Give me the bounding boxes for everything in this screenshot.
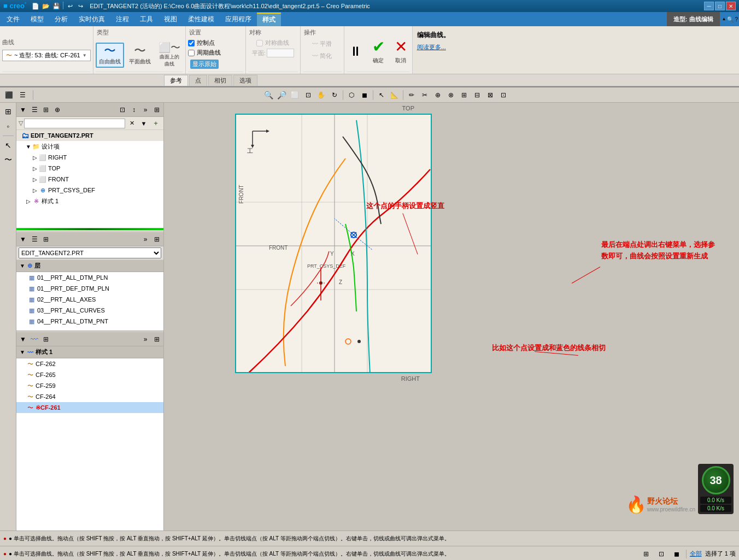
snap-btn[interactable]: ⊞	[2, 105, 15, 118]
save-btn[interactable]: 💾	[51, 2, 61, 10]
search-add-btn[interactable]: +	[150, 118, 161, 129]
select-btn[interactable]: ↖	[376, 89, 388, 101]
close-btn[interactable]: ✕	[726, 2, 736, 10]
tool5[interactable]: ⊞	[458, 89, 470, 101]
zoom-out-btn[interactable]: 🔎	[276, 89, 288, 101]
free-curve-btn[interactable]: 〜 自由曲线	[96, 43, 124, 68]
tree-style1[interactable]: ▷ ※ 样式 1	[16, 196, 163, 207]
style-btn-grid[interactable]: ⊞	[40, 334, 51, 345]
redo-btn[interactable]: ↪	[75, 2, 85, 10]
pt-btn-list1[interactable]: ☰	[29, 104, 40, 115]
cancel-btn[interactable]: ✕ 取消	[392, 36, 410, 66]
zoom-fit-btn[interactable]: ⊡	[302, 89, 314, 101]
tree-top[interactable]: ▷ ⬜ TOP	[16, 163, 163, 174]
tool2[interactable]: ✂	[419, 89, 431, 101]
style-btn-more[interactable]: »	[140, 334, 151, 345]
symmetry-curve-check[interactable]: 对称曲线	[256, 39, 289, 47]
tree-search-input[interactable]	[24, 119, 125, 128]
menu-tools[interactable]: 工具	[134, 13, 159, 26]
periodic-check[interactable]: 周期曲线	[188, 49, 221, 57]
style-item-cf264[interactable]: 〜 CF-264	[16, 391, 163, 402]
layer-item-1[interactable]: ▦ 01__PRT_ALL_DTM_PLN	[16, 272, 163, 283]
shaded-btn[interactable]: ◼	[359, 89, 371, 101]
layer-btn-grid[interactable]: ⊞	[40, 234, 51, 245]
pt-btn-filter[interactable]: ⊡	[117, 104, 128, 115]
tool4[interactable]: ⊗	[445, 89, 457, 101]
style-btn-expand[interactable]: ⊞	[151, 334, 162, 345]
tool6[interactable]: ⊟	[471, 89, 483, 101]
tree-design-item[interactable]: ▼ 📁 设计项	[16, 141, 163, 152]
tool1[interactable]: ✏	[406, 89, 418, 101]
menu-annotation[interactable]: 注程	[110, 13, 134, 26]
menu-apps[interactable]: 应用程序	[220, 13, 257, 26]
point-btn[interactable]: ◦	[2, 120, 15, 133]
control-points-check[interactable]: 控制点	[188, 39, 215, 47]
menu-realtime[interactable]: 实时仿真	[73, 13, 110, 26]
show-original-btn[interactable]: 显示原始	[188, 58, 221, 70]
maximize-btn[interactable]: □	[715, 2, 725, 10]
tree-front[interactable]: ▷ ⬜ FRONT	[16, 174, 163, 185]
menu-view[interactable]: 视图	[159, 13, 183, 26]
menu-file[interactable]: 文件	[1, 13, 25, 26]
layer-item-4[interactable]: ▦ 03__PRT_ALL_CURVES	[16, 305, 163, 316]
search-clear-btn[interactable]: ✕	[126, 118, 137, 129]
style-btn-1[interactable]: ▼	[17, 334, 28, 345]
layer-item-5[interactable]: ▦ 04__PRT_ALL_DTM_PNT	[16, 316, 163, 327]
pt-btn-expand[interactable]: ⊕	[52, 104, 63, 115]
pt-btn-sort[interactable]: ↕	[128, 104, 139, 115]
status-btn-1[interactable]: ⊞	[640, 548, 652, 560]
symmetry-plane-input[interactable]	[267, 49, 294, 57]
search-dropdown-btn[interactable]: ▼	[138, 118, 149, 129]
tab-reference[interactable]: 参考	[164, 75, 188, 86]
ribbon-help-btn[interactable]: ?	[735, 16, 738, 22]
zoom-in-btn[interactable]: 🔍	[263, 89, 275, 101]
minimize-btn[interactable]: ─	[704, 2, 714, 10]
menu-analysis[interactable]: 分析	[49, 13, 73, 26]
style-section-header[interactable]: ▼ 〰 样式 1	[16, 346, 163, 358]
cursor-btn[interactable]: ↖	[2, 139, 15, 152]
tab-tangent[interactable]: 相切	[208, 75, 232, 86]
status-btn-2[interactable]: ⊡	[655, 548, 667, 560]
tab-options[interactable]: 选项	[233, 75, 257, 86]
confirm-btn[interactable]: ✔ 确定	[370, 36, 388, 66]
tab-point[interactable]: 点	[189, 75, 207, 86]
style-item-cf265[interactable]: 〜 CF-265	[16, 369, 163, 380]
open-btn[interactable]: 📂	[41, 2, 51, 10]
layer-item-3[interactable]: ▦ 02__PRT_ALL_AXES	[16, 294, 163, 305]
pt-btn-more[interactable]: »	[140, 104, 151, 115]
select-all-link[interactable]: 全部	[690, 550, 702, 558]
undo-btn[interactable]: ↩	[65, 2, 75, 10]
menu-model[interactable]: 模型	[25, 13, 49, 26]
style-btn-list[interactable]: 〰	[29, 334, 40, 345]
ribbon-search-btn[interactable]: 🔍	[727, 16, 734, 22]
layer-dropdown[interactable]: EDIT_TANGENT2.PRT	[19, 247, 161, 258]
surface-curve-btn[interactable]: ⬜〜 曲面上的曲线	[156, 41, 183, 69]
layer-btn-more[interactable]: »	[140, 234, 151, 245]
panel-toggle-1[interactable]: ⬛	[2, 89, 15, 102]
tree-right[interactable]: ▷ ⬜ RIGHT	[16, 152, 163, 163]
tool7[interactable]: ⊠	[484, 89, 496, 101]
layer-btn-expand[interactable]: ⊞	[151, 234, 162, 245]
style-item-cf259[interactable]: 〜 CF-259	[16, 380, 163, 391]
new-btn[interactable]: 📄	[31, 2, 40, 10]
layer-item-2[interactable]: ▦ 01__PRT_DEF_DTM_PLN	[16, 283, 163, 294]
tool8[interactable]: ⊡	[497, 89, 509, 101]
rotate-btn[interactable]: ↻	[329, 89, 341, 101]
menu-flexible[interactable]: 柔性建模	[183, 13, 220, 26]
viewport[interactable]: TOP RIGHT FRONT 工 FRONT	[164, 103, 739, 530]
layer-btn-list[interactable]: ☰	[29, 234, 40, 245]
smooth-btn[interactable]: 〰 平滑	[310, 39, 334, 49]
tree-root[interactable]: 🗂 EDIT_TANGENT2.PRT	[16, 130, 163, 141]
curve-tool[interactable]: 〜	[2, 154, 15, 167]
wireframe-btn[interactable]: ⬡	[345, 89, 357, 101]
measure-btn[interactable]: 📐	[389, 89, 401, 101]
read-more-link[interactable]: 阅读更多...	[417, 43, 735, 51]
pt-btn-1[interactable]: ▼	[17, 104, 28, 115]
flat-curve-btn[interactable]: 〜 平面曲线	[126, 43, 154, 67]
panel-toggle-2[interactable]: ☰	[16, 89, 29, 102]
zoom-window-btn[interactable]: ⬜	[289, 89, 301, 101]
pause-btn[interactable]: ⏸	[347, 42, 365, 61]
ribbon-collapse-btn[interactable]: ▲	[722, 16, 726, 22]
simplify-btn[interactable]: 〰 简化	[310, 51, 334, 61]
style-item-cf262[interactable]: 〜 CF-262	[16, 358, 163, 369]
